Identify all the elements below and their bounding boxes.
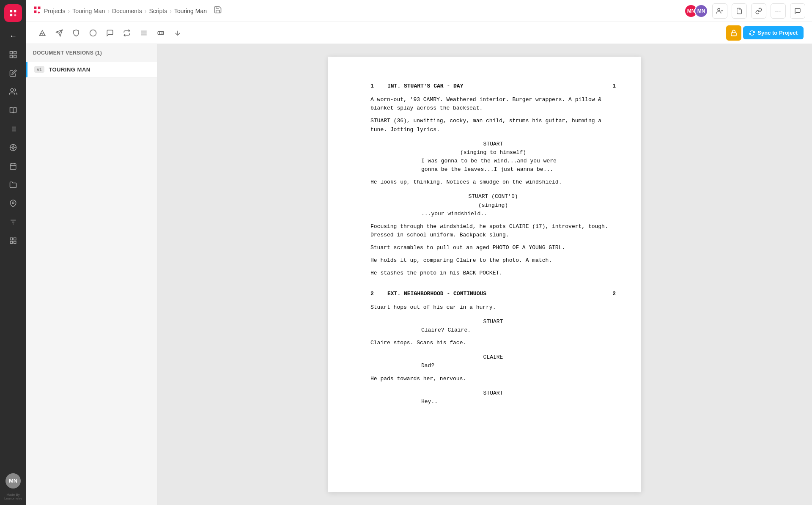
character-stuart-contd: STUART (CONT'D) <box>370 192 616 201</box>
breadcrumb-projects[interactable]: Projects <box>44 8 66 14</box>
version-badge: v1 <box>34 66 44 73</box>
scene-1-number-right: 1 <box>606 82 616 91</box>
pen-icon[interactable] <box>5 65 21 81</box>
main-content: Projects › Touring Man › Documents › Scr… <box>26 0 812 505</box>
toolbar-repeat-icon[interactable] <box>119 25 134 41</box>
scene-1-action-6: He holds it up, comparing Claire to the … <box>370 256 616 265</box>
breadcrumb: Projects › Touring Man › Documents › Scr… <box>33 5 207 16</box>
scene-1-action-5: Stuart scrambles to pull out an aged PHO… <box>370 244 616 252</box>
versions-header: DOCUMENT VERSIONS (1) <box>26 44 157 62</box>
add-people-button[interactable] <box>712 3 727 19</box>
toolbar-send-icon[interactable] <box>52 25 67 41</box>
dialogue-4: Dad? <box>421 362 565 370</box>
scene-1-action-7: He stashes the photo in his BACK POCKET. <box>370 269 616 277</box>
folder-icon[interactable] <box>5 177 21 193</box>
document-view-button[interactable] <box>732 3 747 19</box>
version-item[interactable]: v1 TOURING MAN <box>26 62 157 77</box>
scene-1-heading: INT. STUART'S CAR - DAY <box>381 82 606 91</box>
svg-rect-0 <box>10 52 13 54</box>
lock-button[interactable] <box>726 25 741 41</box>
scene-2-number-left: 2 <box>370 290 381 298</box>
scene-1-action-1: A worn-out, '93 CAMRY. Weathered interio… <box>370 96 616 113</box>
scene-2-action-3: He pads towards her, nervous. <box>370 375 616 383</box>
list-icon[interactable] <box>5 121 21 137</box>
scene-1-action-2: STUART (36), unwitting, cocky, man child… <box>370 117 616 134</box>
svg-rect-1 <box>14 52 16 54</box>
sync-label: Sync to Project <box>757 30 798 36</box>
scene-1-action-3: He looks up, thinking. Notices a smudge … <box>370 178 616 187</box>
user-avatar[interactable]: MN <box>5 473 21 489</box>
made-by-label: Made By Leanometry <box>0 493 26 501</box>
breadcrumb-sep-3: › <box>145 8 147 14</box>
scene-1: 1 INT. STUART'S CAR - DAY 1 A worn-out, … <box>370 82 616 278</box>
character-stuart-3: STUART <box>370 389 616 398</box>
link-button[interactable] <box>751 3 766 19</box>
avatar-mn-2[interactable]: MN <box>694 4 708 18</box>
svg-rect-17 <box>10 164 16 170</box>
toolbar-sort-icon[interactable] <box>170 25 185 41</box>
dark-sidebar: ← MN Made By Leanometry <box>0 0 26 505</box>
film-icon[interactable] <box>5 140 21 156</box>
more-options-button[interactable]: ··· <box>771 3 786 19</box>
book-icon[interactable] <box>5 102 21 118</box>
svg-rect-28 <box>14 242 16 244</box>
breadcrumb-sep-4: › <box>170 8 172 14</box>
character-stuart-1: STUART <box>370 140 616 148</box>
toolbar-align-icon[interactable] <box>136 25 151 41</box>
svg-rect-26 <box>14 238 16 240</box>
toolbar-element-icon[interactable] <box>153 25 168 41</box>
body-area: DOCUMENT VERSIONS (1) v1 TOURING MAN 1 I… <box>26 44 812 505</box>
scene-2-action-2: Claire stops. Scans his face. <box>370 339 616 347</box>
calendar-icon[interactable] <box>5 158 21 174</box>
breadcrumb-current: Touring Man <box>174 8 207 14</box>
svg-rect-27 <box>10 242 12 244</box>
scene-2-heading: EXT. NEIGHBORHOOD - CONTINUOUS <box>381 290 606 298</box>
script-page: 1 INT. STUART'S CAR - DAY 1 A worn-out, … <box>328 57 641 492</box>
dialogue-1: I was gonna to be the wind...and you wer… <box>421 157 565 174</box>
logo-button[interactable] <box>4 4 22 22</box>
filter-icon[interactable] <box>5 214 21 230</box>
scene-1-action-4: Focusing through the windshield, he spot… <box>370 222 616 239</box>
svg-rect-30 <box>38 7 41 9</box>
comments-button[interactable] <box>790 3 805 19</box>
save-icon-button[interactable] <box>214 5 222 16</box>
scene-1-number-left: 1 <box>370 82 381 91</box>
toolbar-mountain-icon[interactable] <box>35 25 50 41</box>
location-icon[interactable] <box>5 195 21 211</box>
people-icon[interactable] <box>5 84 21 100</box>
back-arrow-icon[interactable]: ← <box>5 28 21 44</box>
toolbar-shield-icon[interactable] <box>69 25 84 41</box>
svg-rect-31 <box>34 11 37 13</box>
svg-point-21 <box>12 202 14 204</box>
character-stuart-2: STUART <box>370 318 616 326</box>
svg-rect-25 <box>10 238 12 240</box>
sync-to-project-button[interactable]: Sync to Project <box>743 26 804 39</box>
breadcrumb-touring-man[interactable]: Touring Man <box>72 8 105 14</box>
avatar-group: MN MN <box>684 4 708 18</box>
svg-point-12 <box>12 147 14 149</box>
parenthetical-2: (singing) <box>370 201 616 210</box>
scene-2-number-right: 2 <box>606 290 616 298</box>
svg-rect-46 <box>731 33 736 36</box>
parenthetical-1: (singing to himself) <box>370 148 616 157</box>
dialogue-5: Hey.. <box>421 398 565 406</box>
grid-icon[interactable] <box>5 233 21 249</box>
topbar: Projects › Touring Man › Documents › Scr… <box>26 0 812 22</box>
breadcrumb-sep-1: › <box>68 8 70 14</box>
svg-rect-29 <box>34 7 37 9</box>
breadcrumb-sep-2: › <box>107 8 110 14</box>
toolbar-circle-icon[interactable] <box>85 25 101 41</box>
dialogue-3: Claire? Claire. <box>421 326 565 335</box>
toolbar: Sync to Project <box>26 22 812 44</box>
svg-point-32 <box>718 8 720 11</box>
scene-2: 2 EXT. NEIGHBORHOOD - CONTINUOUS 2 Stuar… <box>370 290 616 406</box>
toolbar-chat-icon[interactable] <box>102 25 118 41</box>
svg-rect-3 <box>14 55 16 58</box>
script-area[interactable]: 1 INT. STUART'S CAR - DAY 1 A worn-out, … <box>157 44 812 505</box>
breadcrumb-scripts[interactable]: Scripts <box>149 8 167 14</box>
breadcrumb-documents[interactable]: Documents <box>112 8 142 14</box>
document-thumbnail-icon[interactable] <box>5 47 21 63</box>
svg-point-38 <box>90 30 96 36</box>
svg-rect-2 <box>10 55 13 58</box>
app-icon <box>33 5 41 16</box>
